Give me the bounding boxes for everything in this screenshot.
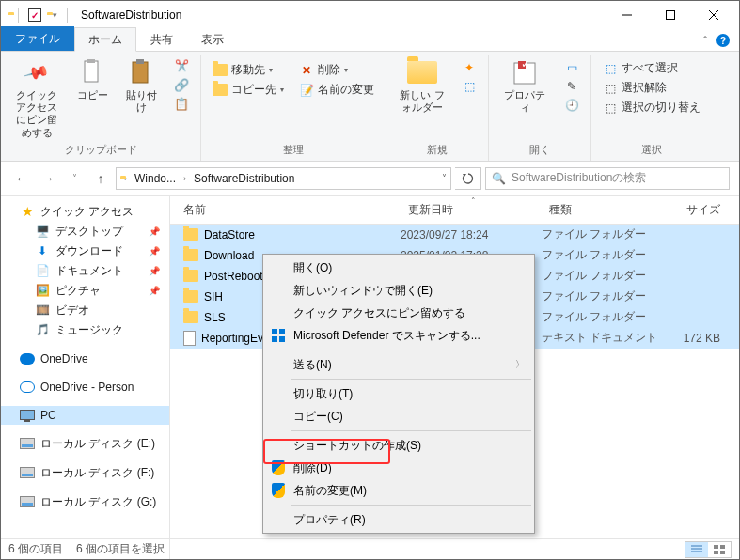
ribbon: 📌 クイック アクセス にピン留めする コピー 貼り付け ✂️ 🔗 📋 クリップ… (1, 52, 739, 162)
address-bar: ← → ˅ ↑ › Windo... › SoftwareDistributio… (1, 162, 739, 196)
delete-button[interactable]: ✕削除 ▾ (295, 61, 378, 79)
context-menu: 開く(O) 新しいウィンドウで開く(E) クイック アクセスにピン留めする Mi… (262, 254, 535, 534)
file-icon (183, 331, 196, 346)
column-size[interactable]: サイズ (664, 200, 739, 220)
context-menu-properties[interactable]: プロパティ(R) (265, 508, 532, 531)
folder-icon (183, 249, 198, 261)
new-folder-button[interactable]: 新しい フォルダー (392, 55, 452, 116)
search-icon: 🔍 (492, 172, 506, 185)
pin-quick-access-button[interactable]: 📌 クイック アクセス にピン留めする (7, 55, 67, 141)
chevron-right-icon[interactable]: › (183, 174, 186, 183)
sidebar-item-disk-e[interactable]: ローカル ディスク (E:) (1, 434, 169, 454)
svg-rect-6 (133, 62, 148, 83)
svg-rect-19 (714, 551, 718, 554)
window-title: SoftwareDistribution (81, 8, 181, 22)
collapse-ribbon-icon[interactable]: ˆ (703, 35, 707, 46)
forward-button[interactable]: → (37, 167, 59, 190)
sidebar-item-onedrive[interactable]: OneDrive (1, 350, 169, 368)
sidebar-item-desktop[interactable]: 🖥️デスクトップ📌 (1, 222, 169, 241)
column-headers: ˄ 名前 更新日時 種類 サイズ (170, 196, 739, 225)
select-all-button[interactable]: ⬚すべて選択 (599, 59, 704, 77)
context-menu-open-new-window[interactable]: 新しいウィンドウで開く(E) (265, 279, 532, 302)
select-none-button[interactable]: ⬚選択解除 (599, 79, 704, 97)
properties-button[interactable]: ✓ プロパティ (495, 55, 555, 116)
icons-view-button[interactable] (708, 542, 731, 557)
paste-button[interactable]: 貼り付け (118, 55, 165, 116)
context-menu-open[interactable]: 開く(O) (265, 257, 532, 279)
history-button[interactable]: 🕘 (560, 97, 583, 114)
context-menu-rename[interactable]: 名前の変更(M) (265, 479, 532, 502)
svg-rect-17 (714, 545, 718, 549)
open-button[interactable]: ▭ (560, 59, 583, 76)
recent-locations-button[interactable]: ˅ (63, 167, 86, 190)
move-to-button[interactable]: 移動先 ▾ (209, 61, 288, 79)
copy-button[interactable]: コピー (71, 55, 114, 103)
rename-button[interactable]: 📝名前の変更 (295, 81, 378, 99)
svg-rect-7 (136, 59, 144, 64)
context-menu-separator (291, 505, 531, 506)
breadcrumb-software-distribution[interactable]: SoftwareDistribution (190, 172, 298, 185)
svg-rect-13 (279, 336, 285, 342)
tab-share[interactable]: 共有 (136, 27, 187, 51)
sidebar-item-onedrive-personal[interactable]: OneDrive - Person (1, 378, 169, 397)
address-dropdown-icon[interactable]: ˅ (442, 173, 447, 183)
tab-view[interactable]: 表示 (187, 27, 238, 51)
breadcrumb-windo[interactable]: Windo... (131, 172, 180, 185)
svg-rect-4 (85, 61, 98, 82)
shield-icon (269, 459, 288, 477)
svg-rect-18 (720, 545, 725, 549)
tab-home[interactable]: ホーム (74, 27, 136, 52)
copy-path-button[interactable]: 🔗 (170, 76, 193, 93)
table-row[interactable]: DataStore 2023/09/27 18:24ファイル フォルダー (170, 225, 739, 245)
folder-icon (183, 228, 198, 241)
sidebar-item-videos[interactable]: 🎞️ビデオ (1, 301, 169, 320)
svg-rect-20 (720, 551, 725, 554)
sidebar-item-downloads[interactable]: ⬇ダウンロード📌 (1, 241, 169, 261)
help-icon[interactable]: ? (716, 34, 730, 47)
svg-rect-10 (272, 329, 277, 334)
sidebar-item-disk-f[interactable]: ローカル ディスク (F:) (1, 463, 169, 483)
minimize-button[interactable] (606, 1, 649, 29)
sort-indicator-icon: ˄ (471, 196, 476, 206)
sidebar-item-disk-g[interactable]: ローカル ディスク (G:) (1, 492, 169, 512)
folder-icon (183, 311, 198, 323)
pin-icon: 📌 (149, 286, 165, 296)
context-menu-pin-quick-access[interactable]: クイック アクセスにピン留めする (265, 302, 532, 324)
sidebar-item-pictures[interactable]: 🖼️ピクチャ📌 (1, 281, 169, 301)
search-input[interactable]: 🔍 SoftwareDistributionの検索 (485, 167, 730, 190)
tab-file[interactable]: ファイル (1, 26, 74, 51)
column-name[interactable]: 名前 (170, 200, 401, 220)
details-view-button[interactable] (685, 542, 708, 557)
edit-button[interactable]: ✎ (560, 78, 583, 95)
group-label-clipboard: クリップボード (65, 141, 137, 159)
copy-to-button[interactable]: コピー先 ▾ (209, 81, 288, 99)
context-menu-cut[interactable]: 切り取り(T) (265, 382, 532, 405)
close-button[interactable] (692, 1, 735, 29)
checkbox-icon[interactable]: ✓ (28, 8, 41, 22)
invert-selection-button[interactable]: ⬚選択の切り替え (599, 99, 704, 117)
paste-shortcut-button[interactable]: 📋 (170, 95, 193, 112)
ribbon-tabs: ファイル ホーム 共有 表示 ˆ ? (1, 29, 739, 52)
up-button[interactable]: ↑ (89, 167, 112, 190)
back-button[interactable]: ← (10, 167, 33, 190)
sidebar-item-pc[interactable]: PC (1, 406, 169, 425)
context-menu-delete[interactable]: 削除(D) (265, 457, 532, 479)
cut-button[interactable]: ✂️ (170, 57, 193, 74)
status-selected-count: 6 個の項目を選択 (76, 541, 165, 557)
context-menu-copy[interactable]: コピー(C) (265, 405, 532, 428)
sidebar-item-quick-access[interactable]: ★クイック アクセス (1, 202, 169, 222)
dropdown-icon[interactable]: ▾ (53, 10, 57, 20)
group-label-new: 新規 (427, 141, 448, 159)
sidebar-item-music[interactable]: 🎵ミュージック (1, 320, 169, 340)
context-menu-defender-scan[interactable]: Microsoft Defender でスキャンする... (265, 324, 532, 347)
address-box[interactable]: › Windo... › SoftwareDistribution ˅ (116, 167, 451, 190)
easy-access-button[interactable]: ⬚ (458, 78, 480, 95)
title-bar: ✓ ▾ SoftwareDistribution (1, 1, 739, 29)
context-menu-send-to[interactable]: 送る(N)〉 (265, 353, 532, 376)
context-menu-create-shortcut[interactable]: ショートカットの作成(S) (265, 434, 532, 457)
sidebar-item-documents[interactable]: 📄ドキュメント📌 (1, 261, 169, 281)
maximize-button[interactable] (649, 1, 692, 29)
new-item-button[interactable]: ✦ (458, 59, 480, 76)
column-type[interactable]: 種類 (542, 200, 664, 220)
refresh-button[interactable] (455, 167, 481, 190)
